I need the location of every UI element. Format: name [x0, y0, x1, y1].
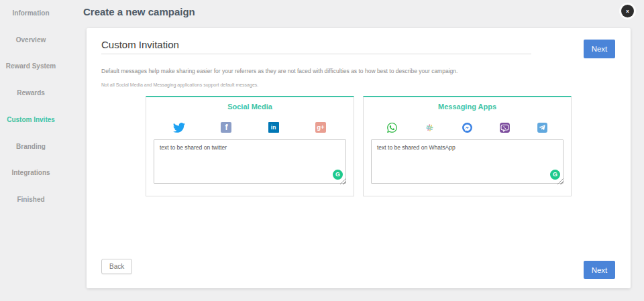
- section-title: Custom Invitation: [101, 39, 179, 50]
- messaging-apps-icons: [373, 121, 561, 133]
- next-button-top[interactable]: Next: [584, 40, 615, 58]
- close-icon[interactable]: x: [621, 5, 634, 17]
- resize-handle-icon[interactable]: [557, 178, 564, 184]
- messaging-apps-panel: Messaging Apps: [363, 96, 572, 196]
- social-media-title: Social Media: [146, 103, 354, 111]
- note-text: Not all Social Media and Messaging appli…: [101, 82, 258, 87]
- resize-handle-icon[interactable]: [340, 178, 346, 184]
- back-button[interactable]: Back: [101, 259, 132, 274]
- social-message-wrap: text to be shared on twitter G: [154, 139, 346, 184]
- slack-icon[interactable]: [423, 121, 435, 133]
- sidebar-item-reward-system[interactable]: Reward System: [0, 53, 62, 80]
- googleplus-icon[interactable]: g+: [315, 121, 327, 133]
- share-panels: Social Media f in g+ text to be sh: [87, 96, 631, 196]
- messaging-message-wrap: text to be shared on WhatsApp G: [371, 139, 564, 184]
- sidebar-item-rewards[interactable]: Rewards: [0, 80, 62, 107]
- sidebar-item-branding[interactable]: Branding: [0, 133, 62, 160]
- linkedin-icon[interactable]: in: [268, 121, 280, 133]
- wizard-steps-sidebar: Information Overview Reward System Rewar…: [0, 0, 62, 301]
- facebook-icon[interactable]: f: [220, 121, 232, 133]
- messenger-icon[interactable]: [461, 121, 473, 133]
- custom-invitation-card: Custom Invitation Next Default messages …: [87, 28, 631, 288]
- messaging-apps-title: Messaging Apps: [364, 103, 571, 111]
- title-divider: [101, 54, 531, 54]
- twitter-icon[interactable]: [173, 121, 185, 133]
- sidebar-item-finished[interactable]: Finished: [0, 186, 62, 213]
- social-message-textarea[interactable]: text to be shared on twitter: [154, 139, 346, 184]
- sidebar-item-custom-invites[interactable]: Custom Invites: [0, 107, 62, 133]
- whatsapp-icon[interactable]: [386, 121, 398, 133]
- next-button-bottom[interactable]: Next: [584, 261, 615, 279]
- social-media-panel: Social Media f in g+ text to be sh: [146, 96, 354, 196]
- messaging-message-textarea[interactable]: text to be shared on WhatsApp: [371, 139, 564, 184]
- telegram-icon[interactable]: [537, 121, 549, 133]
- viber-icon[interactable]: [499, 121, 511, 133]
- sidebar-item-integrations[interactable]: Integrations: [0, 160, 62, 186]
- social-media-icons: f in g+: [156, 121, 344, 133]
- page-title: Create a new campaign: [83, 6, 195, 17]
- sidebar-item-information[interactable]: Information: [0, 0, 62, 27]
- description-text: Default messages help make sharing easie…: [101, 68, 458, 74]
- sidebar-item-overview[interactable]: Overview: [0, 27, 62, 54]
